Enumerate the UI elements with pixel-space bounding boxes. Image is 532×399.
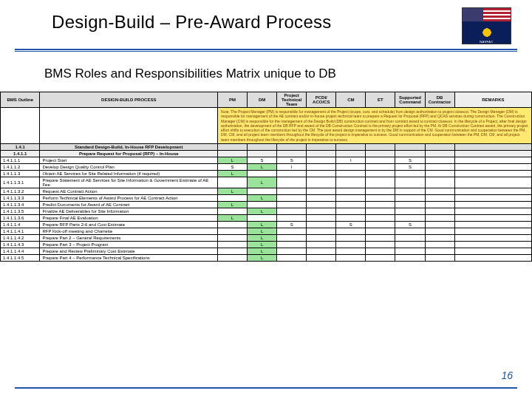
col-remarks: REMARKS (454, 92, 531, 108)
table-row: 1.4.1.1.4.3Prepare Part 3 – Project Prog… (1, 241, 532, 248)
table-row: 1.4.1.1.3.5Finalize AE Deliverables for … (1, 208, 532, 214)
table-row: 1.4.1.1.3Obtain AE Services for Site Rel… (1, 170, 532, 177)
col-dbc: DB Contractor (425, 92, 454, 108)
table-row: 1.4.1.1.3.6Prepare Final AE EvaluationL (1, 214, 532, 221)
emblem-icon: NAVFAC (463, 21, 511, 44)
matrix-table-wrap: BMS Outline DESIGN-BUILD PROCESS PM DM P… (0, 81, 532, 262)
col-sc: Supported Command (395, 92, 425, 108)
col-dm: DM (248, 92, 277, 108)
table-row: 1.4.1.1.4Prepare RFP Parts 2-6 and Cost … (1, 221, 532, 228)
table-row: 1.4.1.1.4.2Prepare Part 2 – General Requ… (1, 234, 532, 241)
table-row: 1.4.1.1.4.4Prepare and Review Preliminar… (1, 248, 532, 254)
table-row: 1.4.1.1.3.1Prepare Statement of AE Servi… (1, 177, 532, 188)
table-row: 1.4.1.1.3.2Request AE Contract ActionL (1, 188, 532, 194)
col-ptt: Project Technical Team (277, 92, 307, 108)
col-outline: BMS Outline (1, 92, 40, 108)
flag-icon (463, 8, 511, 21)
subtitle: BMS Roles and Responsibilities Matrix un… (0, 52, 532, 81)
subsection-row: 1.4.1.1 Prepare Request for Proposal (RF… (1, 150, 532, 157)
col-process: DESIGN-BUILD PROCESS (40, 92, 218, 108)
header-divider (15, 49, 517, 50)
col-et: ET (366, 92, 395, 108)
note-block: Note: The Project Manager (PM) is respon… (218, 108, 532, 144)
table-header-row: BMS Outline DESIGN-BUILD PROCESS PM DM P… (1, 92, 532, 108)
table-row: 1.4.1.1.3.4Predict Documents for Award o… (1, 201, 532, 208)
table-row: 1.4.1.1.3.3Perform Technical Elements of… (1, 194, 532, 201)
page-number: 16 (501, 369, 513, 381)
table-row: 1.4.1.1.1Project StartLSSIS (1, 157, 532, 163)
col-pcdi: PCDI/ ACO/CS (307, 92, 336, 108)
matrix-table: BMS Outline DESIGN-BUILD PROCESS PM DM P… (0, 92, 532, 262)
section-row: 1.4.1 Standard Design-Build, In-House RF… (1, 143, 532, 150)
navfac-logo: NAVFAC (462, 7, 511, 44)
page-title: Design-Build – Pre-Award Process (52, 7, 462, 33)
table-row: 1.4.1.1.2Develop Design Quality Control … (1, 163, 532, 170)
col-cm: CM (336, 92, 366, 108)
col-pm: PM (218, 92, 248, 108)
footer (15, 387, 517, 389)
table-row: 1.4.1.1.4.1RFP Kick-off meeting and Char… (1, 228, 532, 234)
table-row: 1.4.1.1.4.5Prepare Part 4 – Performance … (1, 254, 532, 261)
footer-divider (15, 387, 517, 389)
